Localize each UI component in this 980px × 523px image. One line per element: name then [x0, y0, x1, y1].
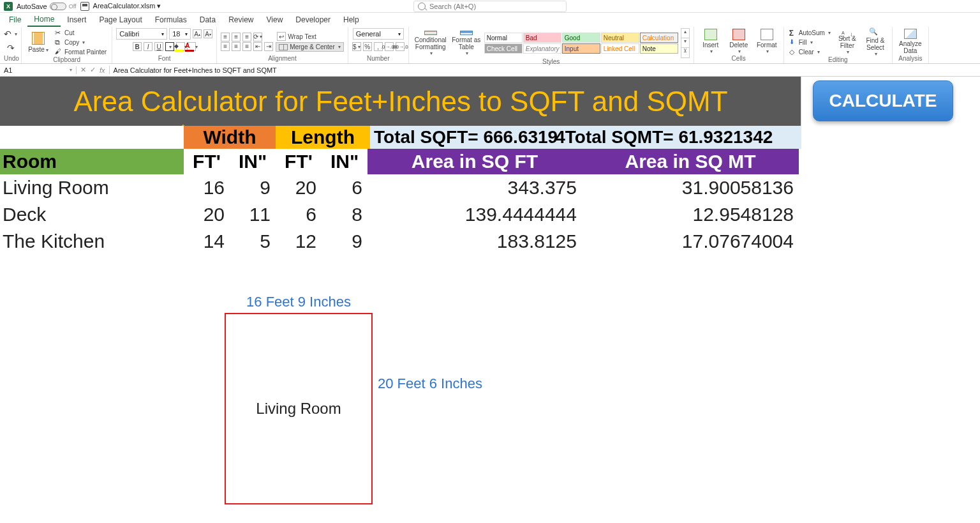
cell-lin[interactable]: 8 — [322, 201, 368, 228]
accounting-format-button[interactable]: $ — [352, 42, 361, 51]
cell-sqft[interactable]: 139.4444444 — [368, 201, 582, 228]
cell-wft[interactable]: 20 — [184, 201, 230, 228]
autosave-toggle[interactable]: AutoSave Off — [17, 3, 77, 10]
cut-button[interactable]: Cut — [54, 28, 108, 37]
cell-lin[interactable]: 6 — [322, 174, 368, 201]
fill-color-button[interactable]: ◆ — [176, 42, 185, 51]
cell-styles-gallery[interactable]: Normal Bad Good Neutral Calculation Chec… — [484, 33, 678, 54]
decrease-decimal-button[interactable]: .00→.0 — [396, 42, 405, 51]
redo-button[interactable] — [6, 42, 16, 54]
style-neutral[interactable]: Neutral — [601, 33, 639, 43]
sort-filter-button[interactable]: Sort &Filter — [835, 29, 860, 55]
header-area-sqmt[interactable]: Area in SQ MT — [582, 149, 799, 174]
delete-cells-button[interactable]: Delete — [726, 29, 752, 54]
style-input[interactable]: Input — [562, 43, 600, 54]
cell-lin[interactable]: 9 — [322, 228, 368, 255]
bold-button[interactable]: B — [133, 42, 142, 51]
cell-win[interactable]: 11 — [230, 201, 276, 228]
style-note[interactable]: Note — [640, 43, 678, 54]
styles-scroll-down-icon[interactable]: ▾ — [681, 38, 689, 48]
decrease-font-button[interactable]: A▾ — [204, 29, 212, 38]
copy-button[interactable]: Copy — [54, 38, 108, 47]
indent-increase-button[interactable]: ⇥ — [264, 42, 273, 51]
wrap-text-button[interactable]: ↩Wrap Text — [276, 31, 344, 42]
fill-button[interactable]: Fill — [788, 38, 832, 47]
cell-lft[interactable]: 20 — [276, 174, 322, 201]
italic-button[interactable]: I — [144, 42, 152, 51]
search-input[interactable] — [428, 2, 556, 11]
align-bottom-button[interactable]: ≡ — [242, 33, 251, 42]
tab-help[interactable]: Help — [337, 13, 366, 26]
sheet-title-cell[interactable]: Area Calculator for Feet+Inches to SQFT … — [0, 77, 801, 126]
header-totals[interactable]: Total SQFT= 666.63194 Total SQMT= 61.932… — [370, 126, 801, 149]
diagram-side-dimension[interactable]: 20 Feet 6 Inches — [378, 375, 482, 392]
header-width-ft[interactable]: FT' — [184, 149, 230, 174]
tab-home[interactable]: Home — [27, 13, 61, 27]
font-color-button[interactable]: A — [187, 42, 196, 51]
header-room[interactable]: Room — [0, 149, 184, 174]
tab-developer[interactable]: Developer — [289, 13, 337, 26]
paste-button[interactable]: Paste — [26, 29, 51, 55]
tab-formulas[interactable]: Formulas — [149, 13, 193, 26]
cell-wft[interactable]: 16 — [184, 174, 230, 201]
borders-button[interactable] — [165, 42, 174, 51]
conditional-formatting-button[interactable]: Conditional Formatting — [413, 31, 449, 56]
format-painter-button[interactable]: Format Painter — [54, 47, 108, 56]
style-normal[interactable]: Normal — [484, 33, 523, 43]
enter-formula-icon[interactable]: ✓ — [90, 66, 96, 74]
formula-content[interactable]: Area Calculator for Feet+Inches to SQFT … — [110, 66, 980, 74]
cell-wft[interactable]: 14 — [184, 228, 230, 255]
align-center-button[interactable]: ≡ — [232, 42, 241, 51]
indent-decrease-button[interactable]: ⇤ — [253, 42, 262, 51]
percent-format-button[interactable]: % — [363, 42, 372, 51]
worksheet[interactable]: Area Calculator for Feet+Inches to SQFT … — [0, 77, 980, 523]
search-box[interactable] — [413, 1, 567, 12]
fx-icon[interactable]: fx — [100, 66, 105, 74]
cell-room[interactable]: Living Room — [0, 174, 184, 201]
align-middle-button[interactable]: ≡ — [232, 33, 241, 42]
header-length-in[interactable]: IN" — [322, 149, 368, 174]
merge-center-button[interactable]: Merge & Center — [276, 42, 344, 52]
format-cells-button[interactable]: Format — [754, 29, 780, 54]
cell-sqft[interactable]: 183.8125 — [368, 228, 582, 255]
toggle-switch-icon[interactable] — [50, 3, 66, 10]
cell-sqmt[interactable]: 17.07674004 — [582, 228, 799, 255]
autosum-button[interactable]: AutoSum — [788, 28, 832, 37]
cell-room[interactable]: The Kitchen — [0, 228, 184, 255]
find-select-button[interactable]: Find &Select — [863, 29, 888, 55]
header-area-sqft[interactable]: Area in SQ FT — [368, 149, 582, 174]
align-top-button[interactable]: ≡ — [221, 33, 230, 42]
cell-sqmt[interactable]: 31.90058136 — [582, 174, 799, 201]
cell-blank[interactable] — [0, 126, 184, 149]
cell-room[interactable]: Deck — [0, 201, 184, 228]
room-diagram[interactable]: Living Room — [225, 313, 373, 504]
font-size-select[interactable]: 18▾ — [169, 28, 191, 40]
style-bad[interactable]: Bad — [523, 33, 561, 43]
tab-view[interactable]: View — [260, 13, 290, 26]
cell-win[interactable]: 5 — [230, 228, 276, 255]
increase-font-button[interactable]: A▴ — [193, 29, 202, 38]
tab-insert[interactable]: Insert — [61, 13, 93, 26]
style-explanatory[interactable]: Explanatory T... — [523, 43, 561, 54]
align-right-button[interactable]: ≡ — [242, 42, 251, 51]
name-box[interactable]: A1▾ — [0, 66, 77, 74]
header-width[interactable]: Width — [184, 126, 276, 149]
style-calculation[interactable]: Calculation — [640, 33, 678, 43]
cell-lft[interactable]: 12 — [276, 228, 322, 255]
underline-button[interactable]: U — [154, 42, 163, 51]
align-left-button[interactable]: ≡ — [221, 42, 230, 51]
header-length-ft[interactable]: FT' — [276, 149, 322, 174]
style-linked-cell[interactable]: Linked Cell — [601, 43, 639, 54]
cell-lft[interactable]: 6 — [276, 201, 322, 228]
tab-data[interactable]: Data — [193, 13, 222, 26]
insert-cells-button[interactable]: Insert — [698, 29, 724, 54]
style-check-cell[interactable]: Check Cell — [484, 43, 523, 54]
analyze-data-button[interactable]: AnalyzeData — [896, 29, 924, 54]
format-as-table-button[interactable]: Format as Table — [451, 31, 482, 56]
document-filename[interactable]: AreaCalculator.xlsm ▾ — [93, 2, 161, 10]
font-name-select[interactable]: Calibri▾ — [116, 28, 167, 40]
tab-file[interactable]: File — [3, 13, 27, 26]
undo-button[interactable] — [3, 28, 19, 40]
save-icon[interactable] — [80, 2, 89, 11]
tab-review[interactable]: Review — [222, 13, 260, 26]
